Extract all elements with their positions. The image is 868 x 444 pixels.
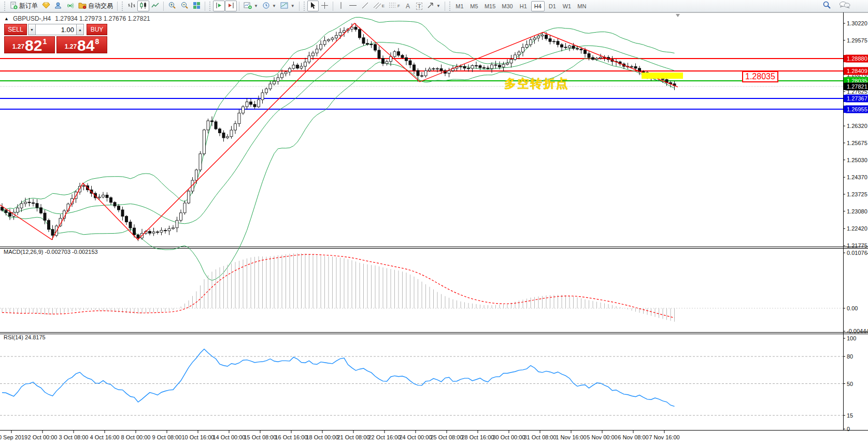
- timeframe-button-m5[interactable]: M5: [467, 1, 481, 11]
- price-axis-tick: 1.22420: [847, 225, 867, 232]
- cursor-icon: [309, 2, 317, 11]
- periods-button[interactable]: ▼: [260, 1, 278, 11]
- line-chart-button[interactable]: [149, 1, 161, 11]
- auto-scroll-button[interactable]: [213, 1, 225, 11]
- volume-decrease-button[interactable]: ▼: [28, 24, 36, 35]
- text-label-button[interactable]: T: [414, 1, 425, 11]
- fibonacci-button[interactable]: F: [387, 1, 402, 11]
- timeframe-button-w1[interactable]: W1: [560, 1, 574, 11]
- price-axis-tick: 1.23725: [847, 191, 867, 197]
- mt4-window: 1.302201.295751.282701.276251.263201.256…: [0, 0, 868, 444]
- autotrade-button[interactable]: 自动交易: [76, 1, 115, 11]
- timeframe-button-m30[interactable]: M30: [499, 1, 515, 11]
- dropdown-arrow-icon: ▼: [291, 4, 295, 8]
- chart-shift-button[interactable]: [225, 1, 237, 11]
- line-chart-icon: [151, 2, 159, 11]
- crosshair-button[interactable]: [319, 1, 331, 11]
- fibonacci-icon: [389, 2, 397, 11]
- tile-windows-button[interactable]: [191, 1, 203, 11]
- time-axis-label: 31 Oct 08:00: [524, 434, 557, 440]
- autotrade-icon: [78, 2, 87, 10]
- text-tool-icon: A: [406, 3, 410, 10]
- timeframe-button-mn[interactable]: MN: [575, 1, 589, 11]
- timeframe-button-m1[interactable]: M1: [453, 1, 466, 11]
- volume-increase-button[interactable]: ▲: [76, 24, 84, 35]
- timeframe-button-m15[interactable]: M15: [482, 1, 498, 11]
- sell-button[interactable]: SELL: [4, 24, 27, 35]
- highlight-rectangle[interactable]: [642, 73, 683, 79]
- price-badge-label: 1.27821: [847, 83, 867, 90]
- price-axis-tick: 1.24370: [847, 174, 867, 180]
- rsi-axis-tick: 100: [847, 335, 856, 341]
- timeframe-button-d1[interactable]: D1: [546, 1, 559, 11]
- cursor-button[interactable]: [307, 1, 319, 11]
- time-axis-label: 14 Oct 00:00: [213, 434, 246, 440]
- new-order-button[interactable]: 新订单: [8, 1, 40, 11]
- user-icon: [54, 2, 62, 11]
- macd-indicator-label: MACD(12,26,9) -0.002703 -0.002153: [4, 249, 98, 255]
- equidistant-channel-button[interactable]: E: [371, 1, 387, 11]
- zoom-in-icon: [168, 1, 176, 11]
- indicators-button[interactable]: ▼: [241, 1, 260, 11]
- price-badge-label: 1.27367: [847, 95, 867, 102]
- trendline-button[interactable]: [359, 1, 371, 11]
- marketwatch-button[interactable]: [40, 1, 52, 11]
- dropdown-arrow-icon: ▼: [272, 4, 276, 8]
- chart-ohlc-values: 1.27934 1.27973 1.27676 1.27821: [55, 15, 150, 22]
- price-axis-tick: 1.21775: [847, 242, 867, 249]
- zoom-out-icon: [180, 1, 189, 11]
- templates-button[interactable]: ▼: [278, 1, 297, 11]
- arrow-tool-icon: [427, 2, 434, 10]
- horizontal-line-button[interactable]: [347, 1, 359, 11]
- search-icon[interactable]: [822, 1, 832, 11]
- fibonacci-letter: F: [397, 4, 400, 8]
- horizontal-line-icon: [349, 2, 357, 11]
- buy-price-sup: 8: [95, 37, 99, 46]
- macd-axis-tick: 0.010764: [847, 250, 868, 256]
- chart-title-row: ▲ GBPUSD-,H4 1.27934 1.27973 1.27676 1.2…: [4, 15, 150, 22]
- time-axis-label: 28 Oct 16:00: [462, 434, 494, 440]
- price-axis-tick: 1.26320: [847, 123, 867, 129]
- new-order-label: 新订单: [19, 2, 38, 10]
- arrows-button[interactable]: ▼: [425, 1, 443, 11]
- tile-windows-icon: [193, 2, 201, 11]
- timeframe-button-h1[interactable]: H1: [517, 1, 530, 11]
- indicators-add-icon: [244, 2, 252, 11]
- time-axis-label: 4 Oct 16:00: [90, 434, 120, 440]
- dropdown-arrow-icon: ▼: [436, 4, 440, 8]
- crosshair-icon: [321, 2, 329, 11]
- trendline-icon: [361, 2, 369, 11]
- time-axis-label: 30 Oct 00:00: [493, 434, 525, 440]
- new-order-icon: [10, 2, 18, 11]
- text-label-icon: T: [416, 3, 423, 10]
- clock-icon: [262, 2, 270, 11]
- candlestick-chart-button[interactable]: [137, 1, 149, 11]
- buy-price-button[interactable]: 1.27 84 8: [56, 36, 107, 53]
- volume-input[interactable]: [36, 24, 76, 35]
- price-axis-tick: 1.23080: [847, 208, 867, 214]
- navigator-button[interactable]: [52, 1, 64, 11]
- zoom-out-button[interactable]: [178, 1, 191, 11]
- time-axis-label: 8 Oct 00:00: [121, 434, 151, 440]
- vertical-line-button[interactable]: [335, 1, 347, 11]
- sell-price-big: 82: [25, 39, 42, 52]
- toolbar-drag-handle[interactable]: [4, 2, 6, 11]
- price-badge-label: 1.28880: [847, 55, 867, 62]
- timeframe-button-h4[interactable]: H4: [531, 1, 545, 11]
- bar-chart-button[interactable]: [125, 1, 137, 11]
- collapse-panel-icon[interactable]: ▲: [4, 16, 9, 21]
- bar-chart-icon: [127, 2, 135, 11]
- chart-svg[interactable]: 1.302201.295751.282701.276251.263201.256…: [0, 0, 868, 444]
- time-axis-label: 30 Sep 2019: [0, 434, 27, 440]
- turning-point-annotation: 多空转折点: [504, 76, 569, 92]
- signals-button[interactable]: [64, 1, 76, 11]
- time-axis-label: 16 Oct 16:00: [275, 434, 308, 440]
- channel-icon: [373, 2, 381, 11]
- chat-icon[interactable]: [839, 1, 850, 11]
- sell-price-button[interactable]: 1.27 82 1: [4, 36, 55, 53]
- chart-canvas[interactable]: 1.302201.295751.282701.276251.263201.256…: [0, 0, 868, 444]
- zoom-in-button[interactable]: [166, 1, 178, 11]
- text-button[interactable]: A: [402, 1, 414, 11]
- buy-button[interactable]: BUY: [87, 24, 107, 35]
- rsi-axis-tick: 50: [847, 381, 853, 387]
